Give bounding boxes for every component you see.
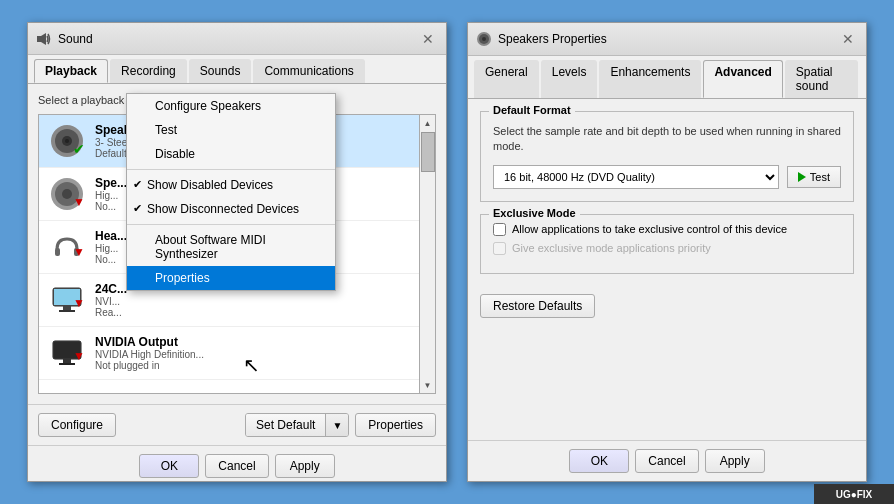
test-button[interactable]: Test <box>787 166 841 188</box>
sound-cancel-button[interactable]: Cancel <box>205 454 268 478</box>
check-disabled-icon: ✔ <box>133 178 142 191</box>
properties-button[interactable]: Properties <box>355 413 436 437</box>
svg-rect-0 <box>37 36 41 42</box>
default-format-label: Default Format <box>489 104 575 116</box>
speakers-title-text: Speakers Properties <box>498 32 607 46</box>
tab-playback[interactable]: Playback <box>34 59 108 83</box>
svg-rect-13 <box>63 306 71 310</box>
watermark: UG●FIX <box>814 484 894 504</box>
nvidia-icon: ▼ <box>47 333 87 373</box>
sound-title-text: Sound <box>58 32 93 46</box>
speakers-icon: ✔ <box>47 121 87 161</box>
exclusive-control-checkbox[interactable] <box>493 223 506 236</box>
device-info-nvidia: NVIDIA Output NVIDIA High Definition... … <box>95 335 427 371</box>
restore-defaults-button[interactable]: Restore Defaults <box>480 294 595 318</box>
disabled-icon-4: ▼ <box>73 296 85 310</box>
scrollbar[interactable]: ▲ ▼ <box>419 115 435 393</box>
svg-marker-1 <box>41 33 46 45</box>
context-disable[interactable]: Disable <box>127 142 335 166</box>
sound-bottom-buttons: Configure Set Default ▼ Properties <box>28 404 446 445</box>
svg-point-21 <box>482 37 486 41</box>
monitor-icon: ▼ <box>47 280 87 320</box>
tab-spatial[interactable]: Spatial sound <box>785 60 858 98</box>
tab-general[interactable]: General <box>474 60 539 98</box>
exclusive-priority-checkbox <box>493 242 506 255</box>
scrollbar-thumb[interactable] <box>421 132 435 172</box>
svg-rect-17 <box>63 359 71 363</box>
play-icon <box>798 172 806 182</box>
speakers-title-icon <box>476 31 492 47</box>
headphones-icon: ▼ <box>47 227 87 267</box>
default-format-group: Default Format Select the sample rate an… <box>480 111 854 202</box>
exclusive-priority-row: Give exclusive mode applications priorit… <box>493 242 841 255</box>
sound-title-bar: Sound ✕ <box>28 23 446 55</box>
exclusive-priority-label: Give exclusive mode applications priorit… <box>512 242 711 254</box>
context-configure-speakers[interactable]: Configure Speakers <box>127 94 335 118</box>
sound-tabs: Playback Recording Sounds Communications <box>28 55 446 84</box>
sound-window: Sound ✕ Playback Recording Sounds Commun… <box>27 22 447 482</box>
disabled-icon-2: ▼ <box>73 195 85 209</box>
sound-title-icon <box>36 31 52 47</box>
device-detail1-monitor: NVI... <box>95 296 427 307</box>
exclusive-mode-label: Exclusive Mode <box>489 207 580 219</box>
title-bar-left: Sound <box>36 31 93 47</box>
speakers-dialog-buttons: OK Cancel Apply <box>468 440 866 481</box>
device-detail1-nvidia: NVIDIA High Definition... <box>95 349 427 360</box>
svg-rect-18 <box>59 363 75 365</box>
set-default-dropdown-arrow[interactable]: ▼ <box>325 414 348 436</box>
tab-communications[interactable]: Communications <box>253 59 364 83</box>
default-format-desc: Select the sample rate and bit depth to … <box>493 124 841 155</box>
context-separator-1 <box>127 169 335 170</box>
tab-advanced[interactable]: Advanced <box>703 60 782 98</box>
sound-dialog-buttons: OK Cancel Apply <box>28 445 446 486</box>
svg-rect-9 <box>55 248 60 256</box>
check-disconnected-icon: ✔ <box>133 202 142 215</box>
device-item-nvidia[interactable]: ▼ NVIDIA Output NVIDIA High Definition..… <box>39 327 435 380</box>
speakers-content: Default Format Select the sample rate an… <box>468 99 866 440</box>
tab-sounds[interactable]: Sounds <box>189 59 252 83</box>
disabled-icon-5: ▼ <box>73 349 85 363</box>
sound-apply-button[interactable]: Apply <box>275 454 335 478</box>
context-show-disconnected[interactable]: ✔ Show Disconnected Devices <box>127 197 335 221</box>
speakers-title-bar: Speakers Properties ✕ <box>468 23 866 56</box>
svg-point-5 <box>65 139 69 143</box>
context-menu: Configure Speakers Test Disable ✔ Show D… <box>126 93 336 291</box>
tab-levels[interactable]: Levels <box>541 60 598 98</box>
device-name-nvidia: NVIDIA Output <box>95 335 427 349</box>
context-test[interactable]: Test <box>127 118 335 142</box>
speakers2-icon: ▼ <box>47 174 87 214</box>
set-default-split-button[interactable]: Set Default ▼ <box>245 413 349 437</box>
context-about-midi[interactable]: About Software MIDI Synthesizer <box>127 228 335 266</box>
disabled-icon-3: ▼ <box>73 245 85 259</box>
context-show-disabled[interactable]: ✔ Show Disabled Devices <box>127 173 335 197</box>
configure-button[interactable]: Configure <box>38 413 116 437</box>
speakers-properties-window: Speakers Properties ✕ General Levels Enh… <box>467 22 867 482</box>
format-row: 16 bit, 44100 Hz (CD Quality)16 bit, 480… <box>493 165 841 189</box>
speakers-ok-button[interactable]: OK <box>569 449 629 473</box>
speakers-apply-button[interactable]: Apply <box>705 449 765 473</box>
svg-point-8 <box>62 189 72 199</box>
device-detail2-monitor: Rea... <box>95 307 427 318</box>
exclusive-control-row: Allow applications to take exclusive con… <box>493 223 841 236</box>
speakers-title-left: Speakers Properties <box>476 31 607 47</box>
tab-enhancements[interactable]: Enhancements <box>599 60 701 98</box>
tab-recording[interactable]: Recording <box>110 59 187 83</box>
context-properties[interactable]: Properties <box>127 266 335 290</box>
set-default-button[interactable]: Set Default <box>246 414 325 436</box>
default-check-icon: ✔ <box>73 141 85 157</box>
format-select[interactable]: 16 bit, 44100 Hz (CD Quality)16 bit, 480… <box>493 165 779 189</box>
svg-rect-14 <box>59 310 75 312</box>
exclusive-control-label: Allow applications to take exclusive con… <box>512 223 787 235</box>
exclusive-mode-group: Exclusive Mode Allow applications to tak… <box>480 214 854 274</box>
speakers-close-button[interactable]: ✕ <box>838 29 858 49</box>
sound-close-button[interactable]: ✕ <box>418 29 438 49</box>
device-detail2-nvidia: Not plugged in <box>95 360 427 371</box>
sound-ok-button[interactable]: OK <box>139 454 199 478</box>
speakers-cancel-button[interactable]: Cancel <box>635 449 698 473</box>
speakers-tabs: General Levels Enhancements Advanced Spa… <box>468 56 866 99</box>
context-separator-2 <box>127 224 335 225</box>
